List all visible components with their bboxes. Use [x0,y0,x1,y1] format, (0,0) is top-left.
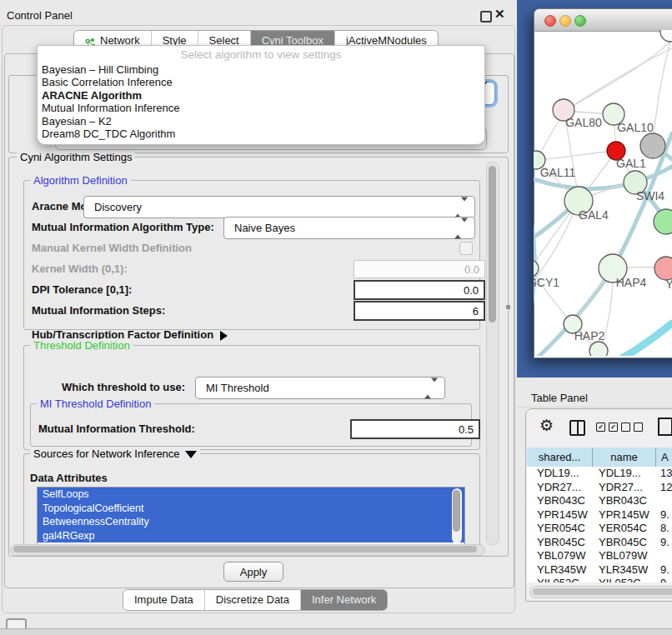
mi-steps-field[interactable]: 6 [354,301,485,321]
table-row[interactable]: YBR045CYBR045C9. [527,536,672,550]
columns-icon[interactable] [569,420,585,436]
mi-type-select[interactable]: Naive Bayes [223,217,475,239]
attribute-gal4rgexp[interactable]: gal4RGexp [38,529,464,543]
table-header-row: shared...nameA [527,448,672,467]
settings-hscrollbar-thumb[interactable] [13,546,477,552]
attributes-scrollbar[interactable] [452,488,462,543]
minimize-traffic-light-icon[interactable] [559,15,571,27]
tab-infer-network[interactable]: Infer Network [301,590,387,610]
attribute-selfloops[interactable]: SelfLoops [38,488,464,502]
network-window-titlebar[interactable] [534,9,672,32]
node-label-swi4: SWI4 [636,189,664,202]
network-edge [537,151,616,160]
table-row[interactable]: YDL19...YDL19...13 [527,467,672,481]
apply-button[interactable]: Apply [223,562,283,582]
table-row[interactable]: YDR27...YDR27...12 [527,481,672,495]
network-node[interactable] [534,260,539,277]
dpi-tolerance-field[interactable]: 0.0 [354,280,485,300]
network-canvas[interactable]: GAL80GAL10GAL1GAL11SWI4GAL4GCY1HAP4YHAP2 [534,30,672,356]
sources-toggle[interactable]: Sources for Network Inference [30,448,200,460]
attribute-betweennesscentrality[interactable]: BetweennessCentrality [38,515,464,529]
table-cell: YBL079W [593,549,656,563]
mi-threshold-field[interactable]: 0.5 [350,419,480,439]
settings-scrollbar-thumb[interactable] [489,166,496,322]
table-row[interactable]: YLR345WYLR345W9. [527,563,672,578]
aracne-mode-select[interactable]: Discovery [83,196,475,218]
spinner-arrows-icon [424,382,438,394]
table-cell [656,494,672,508]
close-traffic-light-icon[interactable] [544,15,556,27]
manual-kernel-checkbox[interactable] [459,242,473,255]
node-label-hap4: HAP4 [616,276,647,289]
table-hscrollbar-thumb[interactable] [533,588,672,595]
mi-steps-label: Mutual Information Steps: [32,304,165,317]
node-label-gal11: GAL11 [540,166,576,179]
tab-discretize-data[interactable]: Discretize Data [205,590,301,610]
table-cell: YLR345W [593,563,656,578]
column-header-shared[interactable]: shared... [527,448,593,467]
table-cell: 9. [656,536,672,550]
column-header-name[interactable]: name [593,448,656,467]
tab-label: Infer Network [312,590,376,610]
table-cell [656,549,672,563]
attribute-topologicalcoefficient[interactable]: TopologicalCoefficient [38,502,464,516]
data-attributes-list[interactable]: SelfLoopsTopologicalCoefficientBetweenne… [37,487,465,547]
network-node[interactable] [654,257,672,280]
zoom-traffic-light-icon[interactable] [574,15,586,27]
table-cell: YDL19... [527,467,593,481]
table-cell: YDR27... [527,481,593,495]
mi-threshold-group-title: MI Threshold Definition [37,398,154,410]
tab-impute-data[interactable]: Impute Data [123,590,205,610]
table-panel: ⚙ ✓✓ shared...nameA YDL19...YDL19...13YD… [525,408,672,602]
network-edge [653,42,670,146]
mi-type-label: Mutual Information Algorithm Type: [32,221,214,233]
network-node[interactable] [660,30,672,42]
deselect-all-checkboxes-icon[interactable] [621,422,643,432]
algorithm-option-bayesian-hill-climbing[interactable]: Bayesian – Hill Climbing [38,63,484,76]
which-threshold-value: MI Threshold [206,378,269,398]
kernel-width-label: Kernel Width (0,1): [32,262,128,275]
settings-horizontal-scrollbar[interactable] [10,544,485,556]
aracne-mode-value: Discovery [94,197,142,218]
table-panel-region: Table Panel ⚙ ✓✓ shared...nameA YDL19...… [517,378,672,635]
close-icon[interactable]: ✕ [494,7,505,22]
table-cell: YBR043C [527,494,593,508]
node-label-gal80: GAL80 [565,116,602,129]
table-panel-titlebar: Table Panel [517,382,672,408]
which-threshold-select[interactable]: MI Threshold [195,377,445,399]
bottom-tabbar: Impute DataDiscretize DataInfer Network [123,589,388,611]
algorithm-options: Bayesian – Hill ClimbingBasic Correlatio… [38,63,484,140]
table-row[interactable]: YPR145WYPR145W9. [527,508,672,522]
table-row[interactable]: YBL079WYBL079W [527,549,672,563]
split-pane-handle[interactable] [506,305,510,309]
table-cell: YPR145W [527,508,593,522]
network-node[interactable] [589,342,608,356]
attributes-scrollbar-thumb[interactable] [453,490,460,532]
table-row[interactable]: YER054CYER054C8. [527,522,672,536]
new-table-icon[interactable] [658,418,672,436]
table-horizontal-scrollbar[interactable] [529,586,672,598]
float-window-icon[interactable] [480,11,492,22]
table-cell: YLR345W [527,563,593,578]
algorithm-option-dream8-dc-tdc-algorithm[interactable]: Dream8 DC_TDC Algorithm [38,128,484,140]
algorithm-option-bayesian-k2[interactable]: Bayesian – K2 [38,115,484,128]
node-label-gcy1: GCY1 [534,276,559,289]
network-node[interactable] [654,209,672,234]
column-header-a[interactable]: A [656,448,672,467]
settings-vertical-scrollbar[interactable] [486,162,499,545]
algorithm-option-mutual-information-inference[interactable]: Mutual Information Inference [38,102,484,114]
node-label-gal4: GAL4 [579,208,609,222]
table-cell: YBL079W [527,549,593,563]
algorithm-option-aracne-algorithm[interactable]: ARACNE Algorithm [38,89,484,102]
node-label-gal1: GAL1 [616,157,646,170]
network-node[interactable] [640,133,665,158]
algorithm-option-basic-correlation-inference[interactable]: Basic Correlation Inference [38,76,484,88]
spinner-arrows-icon [454,222,468,234]
gear-icon[interactable]: ⚙ [539,416,554,435]
table-row[interactable]: YIL052CYIL052C9 [527,577,672,582]
cyni-algorithm-settings-title: Cyni Algorithm Settings [17,151,135,163]
kernel-width-field[interactable]: 0.0 [354,260,485,278]
table-row[interactable]: YBR043CYBR043C [527,494,672,508]
expand-arrow-icon [220,331,228,341]
select-all-checkboxes-icon[interactable]: ✓✓ [596,422,618,432]
